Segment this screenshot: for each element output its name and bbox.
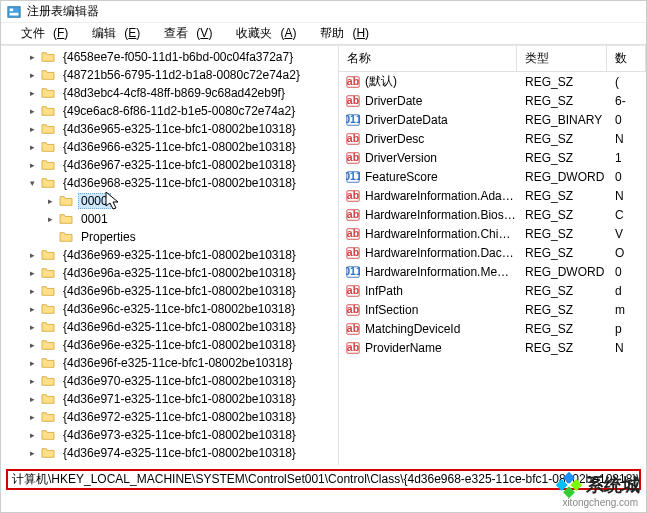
tree-node[interactable]: ▸{4d36e967-e325-11ce-bfc1-08002be10318} bbox=[1, 156, 338, 174]
tree-node[interactable]: ▸{4658ee7e-f050-11d1-b6bd-00c04fa372a7} bbox=[1, 48, 338, 66]
tree-node[interactable]: ▸{48721b56-6795-11d2-b1a8-0080c72e74a2} bbox=[1, 66, 338, 84]
tree-label: {4d36e96b-e325-11ce-bfc1-08002be10318} bbox=[60, 283, 299, 299]
value-data: C bbox=[607, 208, 646, 222]
menu-file[interactable]: 文件(F) bbox=[5, 23, 76, 44]
list-row[interactable]: abHardwareInformation.BiosSt...REG_SZC bbox=[339, 205, 646, 224]
tree-node[interactable]: ▸{4d36e96e-e325-11ce-bfc1-08002be10318} bbox=[1, 336, 338, 354]
string-value-icon: ab bbox=[345, 321, 361, 337]
chevron-right-icon[interactable]: ▸ bbox=[43, 212, 57, 226]
tree-node[interactable]: ▸0001 bbox=[1, 210, 338, 228]
svg-text:ab: ab bbox=[347, 208, 359, 220]
chevron-right-icon[interactable]: ▸ bbox=[25, 464, 39, 465]
value-data: m bbox=[607, 303, 646, 317]
list-row[interactable]: abInfSectionREG_SZm bbox=[339, 300, 646, 319]
tree-node[interactable]: ▸{4d36e96f-e325-11ce-bfc1-08002be10318} bbox=[1, 354, 338, 372]
folder-icon bbox=[40, 248, 56, 262]
list-row[interactable]: abMatchingDeviceIdREG_SZp bbox=[339, 319, 646, 338]
folder-icon bbox=[40, 302, 56, 316]
menu-view[interactable]: 查看(V) bbox=[148, 23, 220, 44]
tree-label: {4d36e965-e325-11ce-bfc1-08002be10318} bbox=[60, 121, 299, 137]
list-row[interactable]: abDriverVersionREG_SZ1 bbox=[339, 148, 646, 167]
tree-node[interactable]: ▸{4d36e974-e325-11ce-bfc1-08002be10318} bbox=[1, 444, 338, 462]
chevron-right-icon[interactable]: ▸ bbox=[25, 68, 39, 82]
col-type[interactable]: 类型 bbox=[517, 46, 607, 71]
chevron-right-icon[interactable]: ▸ bbox=[25, 320, 39, 334]
tree-node[interactable]: ▸{4d36e973-e325-11ce-bfc1-08002be10318} bbox=[1, 426, 338, 444]
chevron-right-icon[interactable]: ▸ bbox=[25, 140, 39, 154]
chevron-right-icon[interactable]: ▸ bbox=[25, 266, 39, 280]
chevron-right-icon[interactable]: ▸ bbox=[25, 284, 39, 298]
tree-node[interactable]: ▸{49ce6ac8-6f86-11d2-b1e5-0080c72e74a2} bbox=[1, 102, 338, 120]
chevron-right-icon[interactable]: ▸ bbox=[25, 428, 39, 442]
string-value-icon: ab bbox=[345, 245, 361, 261]
value-data: 6- bbox=[607, 94, 646, 108]
path-text: 计算机\HKEY_LOCAL_MACHINE\SYSTEM\ControlSet… bbox=[12, 471, 641, 488]
folder-icon bbox=[40, 158, 56, 172]
list-row[interactable]: abHardwareInformation.DacTy...REG_SZO bbox=[339, 243, 646, 262]
tree-node[interactable]: ▸{4d36e96d-e325-11ce-bfc1-08002be10318} bbox=[1, 318, 338, 336]
col-name[interactable]: 名称 bbox=[339, 46, 517, 71]
menu-edit[interactable]: 编辑(E) bbox=[76, 23, 148, 44]
chevron-right-icon[interactable]: ▸ bbox=[25, 50, 39, 64]
chevron-right-icon[interactable]: ▸ bbox=[43, 194, 57, 208]
chevron-right-icon[interactable]: ▸ bbox=[25, 446, 39, 460]
tree-node[interactable]: ▸{4d36e972-e325-11ce-bfc1-08002be10318} bbox=[1, 408, 338, 426]
tree-node[interactable]: ▸{4d36e96a-e325-11ce-bfc1-08002be10318} bbox=[1, 264, 338, 282]
tree-label: Properties bbox=[78, 229, 139, 245]
chevron-right-icon[interactable]: ▸ bbox=[25, 392, 39, 406]
chevron-right-icon[interactable]: ▸ bbox=[25, 338, 39, 352]
tree-node[interactable]: ▸{4d36e975-e325-11ce-bfc1-08002be10318} bbox=[1, 462, 338, 465]
menu-bar: 文件(F) 编辑(E) 查看(V) 收藏夹(A) 帮助(H) bbox=[1, 23, 646, 45]
list-row[interactable]: abInfPathREG_SZd bbox=[339, 281, 646, 300]
folder-icon bbox=[40, 266, 56, 280]
value-name: HardwareInformation.BiosSt... bbox=[365, 208, 517, 222]
string-value-icon: ab bbox=[345, 302, 361, 318]
tree-label: {48d3ebc4-4cf8-48ff-b869-9c68ad42eb9f} bbox=[60, 85, 288, 101]
chevron-right-icon[interactable]: ▸ bbox=[25, 302, 39, 316]
chevron-right-icon[interactable]: ▸ bbox=[25, 104, 39, 118]
string-value-icon: ab bbox=[345, 131, 361, 147]
value-name: MatchingDeviceId bbox=[365, 322, 517, 336]
chevron-down-icon[interactable]: ▾ bbox=[25, 176, 39, 190]
tree-node[interactable]: ▸{4d36e96b-e325-11ce-bfc1-08002be10318} bbox=[1, 282, 338, 300]
chevron-right-icon[interactable]: ▸ bbox=[25, 122, 39, 136]
list-row[interactable]: abDriverDescREG_SZN bbox=[339, 129, 646, 148]
menu-favorites[interactable]: 收藏夹(A) bbox=[220, 23, 304, 44]
list-row[interactable]: 011HardwareInformation.Memo...REG_DWORD0 bbox=[339, 262, 646, 281]
tree-node[interactable]: ▸{4d36e96c-e325-11ce-bfc1-08002be10318} bbox=[1, 300, 338, 318]
tree-node[interactable]: ▸{4d36e970-e325-11ce-bfc1-08002be10318} bbox=[1, 372, 338, 390]
list-row[interactable]: abHardwareInformation.ChipTy...REG_SZV bbox=[339, 224, 646, 243]
tree-pane[interactable]: ▸{4658ee7e-f050-11d1-b6bd-00c04fa372a7}▸… bbox=[1, 46, 339, 465]
chevron-right-icon[interactable]: ▸ bbox=[25, 86, 39, 100]
list-row[interactable]: 011DriverDateDataREG_BINARY0 bbox=[339, 110, 646, 129]
value-type: REG_SZ bbox=[517, 246, 607, 260]
folder-icon bbox=[40, 50, 56, 64]
chevron-right-icon[interactable]: ▸ bbox=[25, 374, 39, 388]
list-row[interactable]: abDriverDateREG_SZ6- bbox=[339, 91, 646, 110]
value-name: InfSection bbox=[365, 303, 517, 317]
string-value-icon: ab bbox=[345, 150, 361, 166]
list-row[interactable]: abProviderNameREG_SZN bbox=[339, 338, 646, 357]
list-row[interactable]: ab(默认)REG_SZ( bbox=[339, 72, 646, 91]
menu-help[interactable]: 帮助(H) bbox=[304, 23, 377, 44]
list-row[interactable]: abHardwareInformation.Adapt...REG_SZN bbox=[339, 186, 646, 205]
svg-text:011: 011 bbox=[346, 170, 360, 182]
value-name: HardwareInformation.ChipTy... bbox=[365, 227, 517, 241]
chevron-right-icon[interactable]: ▸ bbox=[25, 410, 39, 424]
chevron-right-icon[interactable]: ▸ bbox=[25, 356, 39, 370]
chevron-right-icon[interactable]: ▸ bbox=[25, 158, 39, 172]
list-row[interactable]: 011FeatureScoreREG_DWORD0 bbox=[339, 167, 646, 186]
tree-node[interactable]: ▸{48d3ebc4-4cf8-48ff-b869-9c68ad42eb9f} bbox=[1, 84, 338, 102]
tree-node[interactable]: ▸{4d36e966-e325-11ce-bfc1-08002be10318} bbox=[1, 138, 338, 156]
tree-node[interactable]: ▸{4d36e969-e325-11ce-bfc1-08002be10318} bbox=[1, 246, 338, 264]
tree-node[interactable]: ▾{4d36e968-e325-11ce-bfc1-08002be10318} bbox=[1, 174, 338, 192]
value-name: ProviderName bbox=[365, 341, 517, 355]
tree-node[interactable]: ▸0000 bbox=[1, 192, 338, 210]
list-pane[interactable]: 名称 类型 数 ab(默认)REG_SZ(abDriverDateREG_SZ6… bbox=[339, 46, 646, 465]
tree-node[interactable]: ▸{4d36e971-e325-11ce-bfc1-08002be10318} bbox=[1, 390, 338, 408]
chevron-right-icon[interactable]: ▸ bbox=[25, 248, 39, 262]
value-data: N bbox=[607, 189, 646, 203]
tree-node[interactable]: Properties bbox=[1, 228, 338, 246]
tree-node[interactable]: ▸{4d36e965-e325-11ce-bfc1-08002be10318} bbox=[1, 120, 338, 138]
col-data[interactable]: 数 bbox=[607, 46, 646, 71]
